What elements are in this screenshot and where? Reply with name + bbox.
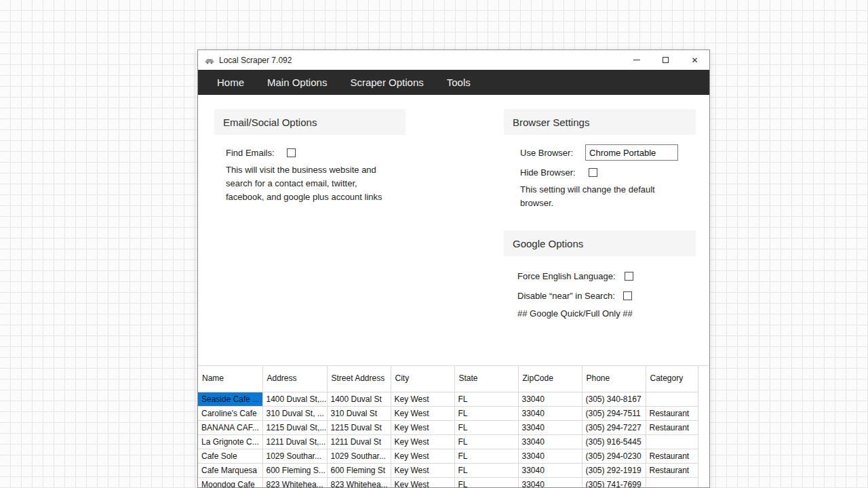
table-cell[interactable]: FL bbox=[454, 406, 518, 420]
table-cell[interactable]: Restaurant bbox=[646, 449, 698, 463]
disable-near-checkbox[interactable] bbox=[623, 291, 632, 300]
table-cell[interactable]: (305) 292-1919 bbox=[582, 463, 646, 477]
table-cell[interactable]: Key West bbox=[391, 406, 454, 420]
column-header-category[interactable]: Category bbox=[646, 366, 698, 392]
table-cell[interactable]: (305) 294-0230 bbox=[582, 449, 646, 463]
email-social-panel-title: Email/Social Options bbox=[214, 109, 406, 135]
title-bar: Local Scraper 7.092 ✕ bbox=[198, 50, 709, 70]
table-row[interactable]: La Grignote C...1211 Duval St,...1211 Du… bbox=[198, 434, 698, 449]
table-cell[interactable]: Moondog Cafe bbox=[198, 477, 262, 488]
table-row[interactable]: Seaside Cafe ...1400 Duval St,...1400 Du… bbox=[198, 392, 698, 406]
maximize-button[interactable] bbox=[651, 50, 680, 70]
column-header-address[interactable]: Address bbox=[262, 366, 327, 392]
menu-item-scraper-options[interactable]: Scraper Options bbox=[338, 70, 435, 95]
menu-item-home[interactable]: Home bbox=[205, 70, 256, 95]
table-row[interactable]: Cafe Sole1029 Southar...1029 Southar...K… bbox=[198, 449, 698, 463]
hide-browser-label: Hide Browser: bbox=[520, 167, 576, 178]
column-header-state[interactable]: State bbox=[454, 366, 518, 392]
table-row[interactable]: Cafe Marquesa600 Fleming S...600 Fleming… bbox=[198, 463, 698, 477]
table-cell[interactable]: FL bbox=[454, 420, 518, 434]
table-cell[interactable] bbox=[646, 434, 698, 449]
app-window: Local Scraper 7.092 ✕ Home Main Options … bbox=[197, 49, 710, 488]
menu-item-main-options[interactable]: Main Options bbox=[256, 70, 338, 95]
table-cell[interactable]: Restaurant bbox=[646, 420, 698, 434]
table-cell[interactable]: 310 Duval St bbox=[327, 406, 391, 420]
table-cell[interactable]: Key West bbox=[391, 449, 454, 463]
table-cell[interactable]: 33040 bbox=[518, 449, 582, 463]
table-cell[interactable]: 1029 Southar... bbox=[327, 449, 391, 463]
table-cell[interactable]: 823 Whitehea... bbox=[262, 477, 327, 488]
table-cell[interactable]: FL bbox=[454, 434, 518, 449]
column-header-name[interactable]: Name bbox=[198, 366, 262, 392]
table-cell[interactable]: 310 Duval St, ... bbox=[262, 406, 327, 420]
force-english-checkbox[interactable] bbox=[625, 272, 633, 281]
table-cell[interactable]: 1215 Duval St,... bbox=[262, 420, 327, 434]
table-row[interactable]: Caroline's Cafe310 Duval St, ...310 Duva… bbox=[198, 406, 698, 420]
table-cell[interactable]: Key West bbox=[391, 392, 454, 406]
table-cell[interactable]: 33040 bbox=[518, 434, 582, 449]
table-cell[interactable]: 600 Fleming S... bbox=[262, 463, 327, 477]
find-emails-checkbox[interactable] bbox=[287, 148, 296, 157]
table-cell[interactable]: 1211 Duval St,... bbox=[262, 434, 327, 449]
table-cell[interactable]: FL bbox=[454, 449, 518, 463]
results-table: Name Address Street Address City State Z… bbox=[198, 366, 698, 488]
table-cell[interactable]: 1400 Duval St bbox=[327, 392, 391, 406]
table-cell[interactable]: 823 Whitehea... bbox=[327, 477, 391, 488]
table-cell[interactable]: FL bbox=[454, 392, 518, 406]
column-header-label: Street Address bbox=[332, 374, 366, 383]
table-cell[interactable]: Cafe Sole bbox=[198, 449, 262, 463]
table-cell[interactable]: Restaurant bbox=[646, 463, 698, 477]
table-cell[interactable]: FL bbox=[454, 477, 518, 488]
table-cell[interactable]: 1029 Southar... bbox=[262, 449, 327, 463]
minimize-icon bbox=[633, 60, 640, 60]
table-body: Seaside Cafe ...1400 Duval St,...1400 Du… bbox=[198, 392, 698, 488]
table-cell[interactable]: Key West bbox=[391, 477, 454, 488]
table-cell[interactable]: 600 Fleming St bbox=[327, 463, 391, 477]
results-grid: Name Address Street Address City State Z… bbox=[198, 365, 709, 487]
table-cell[interactable]: Key West bbox=[391, 434, 454, 449]
table-row[interactable]: Moondog Cafe823 Whitehea...823 Whitehea.… bbox=[198, 477, 698, 488]
table-cell[interactable]: FL bbox=[454, 463, 518, 477]
table-cell[interactable]: 33040 bbox=[518, 477, 582, 488]
table-cell[interactable]: (305) 294-7511 bbox=[582, 406, 646, 420]
disable-near-label: Disable “near” in Search: bbox=[517, 291, 615, 301]
minimize-button[interactable] bbox=[622, 50, 651, 70]
table-cell[interactable]: 33040 bbox=[518, 406, 582, 420]
close-button[interactable]: ✕ bbox=[680, 50, 709, 70]
table-cell[interactable]: 1400 Duval St,... bbox=[262, 392, 327, 406]
table-cell[interactable]: Cafe Marquesa bbox=[198, 463, 262, 477]
table-cell[interactable]: (305) 916-5445 bbox=[582, 434, 646, 449]
column-header-street-address[interactable]: Street Address bbox=[327, 366, 391, 392]
table-cell[interactable]: 33040 bbox=[518, 463, 582, 477]
table-cell[interactable]: (305) 294-7227 bbox=[582, 420, 646, 434]
google-options-panel-title: Google Options bbox=[504, 230, 696, 256]
force-english-label: Force English Language: bbox=[517, 271, 616, 281]
table-cell[interactable]: Restaurant bbox=[646, 406, 698, 420]
table-cell[interactable]: Key West bbox=[391, 420, 454, 434]
table-row[interactable]: BANANA CAF...1215 Duval St,...1215 Duval… bbox=[198, 420, 698, 434]
column-header-label: Category bbox=[650, 373, 684, 383]
column-header-phone[interactable]: Phone bbox=[582, 366, 646, 392]
table-cell[interactable]: 1211 Duval St bbox=[327, 434, 391, 449]
table-cell[interactable] bbox=[646, 392, 698, 406]
table-cell[interactable]: Caroline's Cafe bbox=[198, 406, 262, 420]
table-cell[interactable]: Key West bbox=[391, 463, 454, 477]
table-cell[interactable]: 33040 bbox=[518, 392, 582, 406]
window-title: Local Scraper 7.092 bbox=[219, 56, 292, 65]
column-header-city[interactable]: City bbox=[391, 366, 454, 392]
table-cell[interactable]: (305) 741-7699 bbox=[582, 477, 646, 488]
disable-near-row: Disable “near” in Search: bbox=[517, 289, 632, 302]
table-cell[interactable]: (305) 340-8167 bbox=[582, 392, 646, 406]
table-cell[interactable]: Seaside Cafe ... bbox=[198, 392, 262, 406]
table-cell[interactable]: BANANA CAF... bbox=[198, 420, 262, 434]
find-emails-label: Find Emails: bbox=[226, 148, 275, 158]
use-browser-input[interactable] bbox=[585, 144, 678, 161]
table-cell[interactable]: 33040 bbox=[518, 420, 582, 434]
browser-settings-description: This setting will change the default bro… bbox=[520, 183, 683, 210]
table-cell[interactable]: 1215 Duval St bbox=[327, 420, 391, 434]
table-cell[interactable]: La Grignote C... bbox=[198, 434, 262, 449]
column-header-zipcode[interactable]: ZipCode bbox=[518, 366, 582, 392]
hide-browser-checkbox[interactable] bbox=[589, 168, 597, 177]
table-cell[interactable] bbox=[646, 477, 698, 488]
menu-item-tools[interactable]: Tools bbox=[435, 70, 482, 95]
